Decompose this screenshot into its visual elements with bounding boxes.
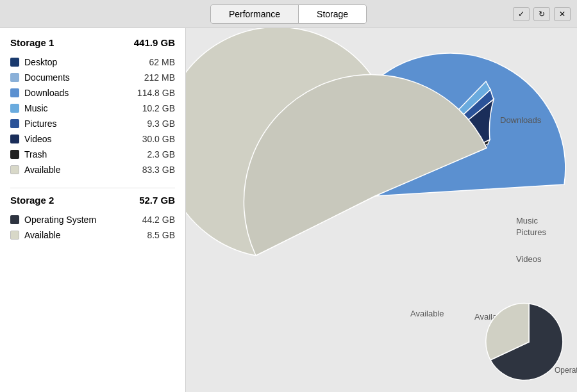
list-item: Operating System 44.2 GB: [10, 212, 175, 227]
list-item: Pictures 9.3 GB: [10, 116, 175, 131]
available2-color: [10, 231, 19, 240]
documents-color: [10, 73, 19, 82]
videos-chart-label: Videos: [516, 254, 542, 264]
storage1-name: Storage 1: [10, 37, 54, 48]
chart-container: Downloads Music Pictures Videos Availabl…: [186, 28, 577, 392]
music-label: Music: [24, 103, 48, 113]
available2-label: Available: [24, 230, 61, 240]
list-item: Trash 2.3 GB: [10, 147, 175, 162]
available1-color: [10, 165, 19, 174]
available1-size: 83.3 GB: [142, 165, 175, 175]
storage2-name: Storage 2: [10, 195, 54, 206]
tab-performance[interactable]: Performance: [211, 5, 299, 23]
os-color: [10, 215, 19, 224]
downloads-color: [10, 88, 19, 97]
storage2-size: 52.7 GB: [139, 195, 175, 206]
list-item: Videos 30.0 GB: [10, 131, 175, 147]
music-color: [10, 104, 19, 113]
list-item: Available 8.5 GB: [10, 227, 175, 243]
storage1-header: Storage 1 441.9 GB: [10, 37, 175, 48]
pictures-chart-label: Pictures: [516, 227, 546, 237]
left-panel: Storage 1 441.9 GB Desktop 62 MB Documen…: [0, 28, 186, 392]
list-item: Available 83.3 GB: [10, 162, 175, 177]
documents-size: 212 MB: [144, 72, 175, 83]
videos-size: 30.0 GB: [142, 134, 175, 144]
list-item: Downloads 114.8 GB: [10, 85, 175, 101]
downloads-size: 114.8 GB: [137, 88, 175, 98]
operating-chart-label: Operati...: [555, 366, 577, 375]
window-controls: ✓ ↻ ✕: [513, 7, 571, 21]
trash-label: Trash: [24, 149, 47, 159]
tab-group: Performance Storage: [210, 4, 367, 24]
tab-storage[interactable]: Storage: [299, 5, 366, 23]
available2-size: 8.5 GB: [147, 230, 175, 240]
pictures-color: [10, 119, 19, 128]
close-button[interactable]: ✕: [554, 7, 571, 21]
top-bar: Performance Storage ✓ ↻ ✕: [0, 0, 577, 28]
desktop-label: Desktop: [24, 57, 57, 67]
pie-chart-1-group: [186, 28, 565, 256]
pie-chart-2-group: [486, 304, 563, 380]
os-label: Operating System: [24, 215, 96, 225]
os-size: 44.2 GB: [142, 215, 175, 225]
videos-label: Videos: [24, 134, 52, 144]
charts-svg: Downloads Music Pictures Videos Availabl…: [186, 28, 577, 392]
music-size: 10.2 GB: [142, 103, 175, 113]
list-item: Desktop 62 MB: [10, 54, 175, 70]
section-divider: [10, 188, 175, 188]
storage1-size: 441.9 GB: [134, 37, 175, 48]
pictures-label: Pictures: [24, 118, 57, 129]
main-content: Storage 1 441.9 GB Desktop 62 MB Documen…: [0, 28, 577, 392]
list-item: Documents 212 MB: [10, 70, 175, 85]
trash-color: [10, 150, 19, 159]
list-item: Music 10.2 GB: [10, 101, 175, 116]
refresh-button[interactable]: ↻: [533, 7, 550, 21]
desktop-size: 62 MB: [149, 57, 175, 67]
videos-color: [10, 135, 19, 143]
storage2-header: Storage 2 52.7 GB: [10, 195, 175, 206]
downloads-label: Downloads: [24, 88, 69, 98]
downloads-chart-label: Downloads: [500, 115, 542, 125]
music-chart-label: Music: [516, 216, 538, 225]
available-left-label: Available: [410, 309, 444, 318]
trash-size: 2.3 GB: [147, 149, 175, 159]
documents-label: Documents: [24, 72, 70, 83]
desktop-color: [10, 58, 19, 67]
available1-label: Available: [24, 165, 61, 175]
storage1-section: Storage 1 441.9 GB Desktop 62 MB Documen…: [10, 37, 175, 177]
right-panel: Downloads Music Pictures Videos Availabl…: [186, 28, 577, 392]
check-button[interactable]: ✓: [513, 7, 530, 21]
storage2-section: Storage 2 52.7 GB Operating System 44.2 …: [10, 195, 175, 243]
pictures-size: 9.3 GB: [147, 118, 175, 129]
